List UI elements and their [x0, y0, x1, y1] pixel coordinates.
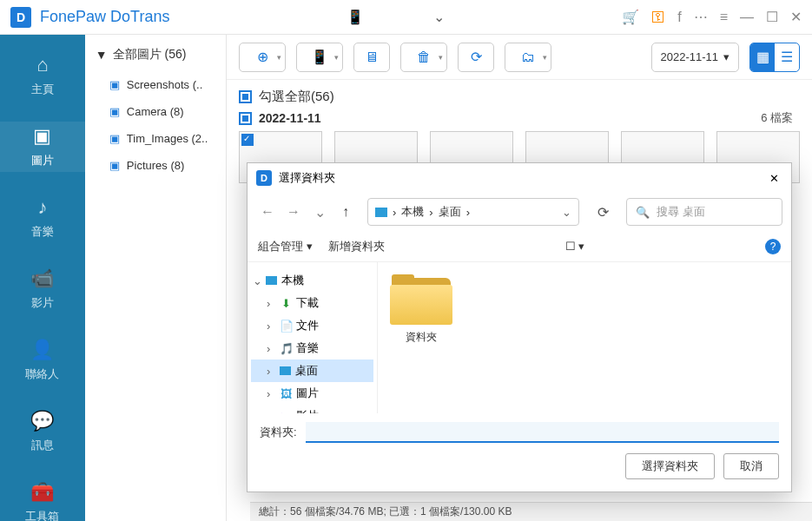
home-icon: ⌂	[36, 54, 48, 76]
breadcrumb-caret[interactable]: ⌄	[562, 206, 571, 219]
nav-recent-button[interactable]: ⌄	[308, 201, 331, 223]
tree-item-videos[interactable]: › ▶ 影片	[251, 405, 373, 413]
sidebar-item-messages[interactable]: 💬 訊息	[0, 406, 85, 457]
dialog-toolbar: 組合管理 ▾ 新增資料夾 ☐ ▾ ?	[248, 231, 791, 262]
album-item[interactable]: ▣ Tim_Images (2..	[85, 125, 226, 152]
key-icon[interactable]: ⚿	[651, 10, 665, 25]
music-icon: ♪	[37, 196, 47, 219]
dialog-titlebar: D 選擇資料夾 ✕	[248, 163, 791, 193]
crumb-item[interactable]: 本機	[401, 204, 424, 220]
tree-item-downloads[interactable]: › ⬇ 下載	[251, 292, 373, 314]
album-header[interactable]: ▼ 全部圖片 (56)	[85, 47, 226, 71]
folder-picker-dialog: D 選擇資料夾 ✕ ← → ⌄ ↑ › 本機 › 桌面 › ⌄ ⟳ 🔍 搜尋 桌…	[247, 162, 792, 492]
dialog-close-icon[interactable]: ✕	[766, 168, 782, 188]
tree-item-desktop[interactable]: › 桌面	[251, 359, 373, 382]
tree-label: 下載	[296, 295, 319, 311]
sidebar-item-home[interactable]: ⌂ 主頁	[0, 50, 85, 101]
select-all-row[interactable]: 勾選全部(56)	[227, 80, 812, 109]
new-folder-button[interactable]: 新增資料夾	[328, 239, 385, 254]
titlebar-center: 📱 ⌄	[169, 9, 622, 25]
refresh-button[interactable]: ⟳	[458, 43, 494, 72]
date-label: 2022-11-11	[259, 111, 321, 125]
expand-icon[interactable]: ›	[267, 365, 275, 378]
pic-icon: ▣	[109, 159, 120, 172]
view-options-button[interactable]: ☐ ▾	[565, 240, 585, 253]
tree-item-pictures[interactable]: › 🖼 圖片	[251, 382, 373, 405]
maximize-icon[interactable]: ☐	[766, 9, 778, 25]
feedback-icon[interactable]: ⋯	[694, 9, 708, 25]
album-item[interactable]: ▣ Pictures (8)	[85, 152, 226, 179]
date-value: 2022-11-11	[661, 50, 719, 63]
nav-refresh-button[interactable]: ⟳	[590, 199, 616, 225]
grid-view-button[interactable]: ▦	[750, 43, 775, 71]
tree-label: 音樂	[296, 340, 319, 356]
thumb-check[interactable]	[241, 134, 254, 146]
export-device-button[interactable]: 📱▾	[296, 43, 343, 72]
file-area[interactable]: 資料夾	[378, 262, 791, 413]
path-input[interactable]	[306, 422, 779, 443]
messages-icon: 💬	[30, 410, 54, 432]
delete-button[interactable]: 🗑▾	[400, 43, 447, 72]
help-icon[interactable]: ?	[765, 239, 781, 254]
sidebar-label: 訊息	[31, 438, 54, 453]
expand-icon[interactable]: ›	[267, 342, 275, 355]
view-toggle: ▦ ☰	[749, 43, 800, 72]
search-input[interactable]: 🔍 搜尋 桌面	[626, 198, 782, 226]
sidebar-item-contacts[interactable]: 👤 聯絡人	[0, 335, 85, 386]
album-label: Tim_Images (2..	[127, 132, 208, 145]
device-dropdown[interactable]: ⌄	[433, 9, 445, 25]
date-checkbox[interactable]	[239, 112, 252, 125]
titlebar: D FonePaw DoTrans 📱 ⌄ 🛒 ⚿ f ⋯ ≡ — ☐ ✕	[0, 0, 812, 35]
dialog-nav: ← → ⌄ ↑ › 本機 › 桌面 › ⌄ ⟳ 🔍 搜尋 桌面	[248, 193, 791, 231]
album-panel: ▼ 全部圖片 (56) ▣ Screenshots (.. ▣ Camera (…	[85, 35, 227, 521]
folder-item[interactable]: 資料夾	[390, 274, 452, 345]
menu-icon[interactable]: ≡	[720, 10, 728, 25]
select-all-checkbox[interactable]	[239, 90, 252, 103]
pic-icon: ▣	[109, 78, 120, 91]
facebook-icon[interactable]: f	[677, 10, 681, 25]
more-button[interactable]: 🗂▾	[505, 43, 551, 72]
folder-label: 資料夾	[406, 330, 437, 345]
tree-item-music[interactable]: › 🎵 音樂	[251, 337, 373, 359]
device-icon[interactable]: 📱	[347, 9, 364, 25]
app-title: FonePaw DoTrans	[40, 8, 169, 26]
crumb-sep: ›	[393, 206, 396, 219]
expand-icon[interactable]: ›	[267, 297, 275, 310]
titlebar-right: 🛒 ⚿ f ⋯ ≡ — ☐ ✕	[622, 9, 802, 25]
album-item[interactable]: ▣ Camera (8)	[85, 98, 226, 125]
button-row: 選擇資料夾 取消	[260, 453, 779, 479]
date-group-header[interactable]: 2022-11-11 6 檔案	[227, 109, 812, 131]
date-picker[interactable]: 2022-11-11 ▾	[651, 43, 740, 72]
organize-button[interactable]: 組合管理 ▾	[258, 239, 313, 254]
close-icon[interactable]: ✕	[790, 9, 802, 25]
minimize-icon[interactable]: —	[740, 10, 754, 25]
sidebar-label: 聯絡人	[25, 366, 59, 382]
sidebar-item-videos[interactable]: 📹 影片	[0, 264, 85, 314]
export-pc-button[interactable]: 🖥	[353, 43, 390, 72]
album-item[interactable]: ▣ Screenshots (..	[85, 71, 226, 98]
album-label: Pictures (8)	[127, 159, 184, 172]
sidebar-item-music[interactable]: ♪ 音樂	[0, 193, 85, 243]
contacts-icon: 👤	[30, 339, 54, 361]
nav-forward-button[interactable]: →	[282, 201, 305, 223]
nav-back-button[interactable]: ←	[256, 201, 279, 223]
album-list: ▣ Screenshots (.. ▣ Camera (8) ▣ Tim_Ima…	[85, 71, 226, 179]
dialog-footer: 資料夾: 選擇資料夾 取消	[248, 413, 791, 491]
expand-icon[interactable]: ›	[267, 387, 275, 400]
add-button[interactable]: ⊕▾	[239, 43, 286, 72]
cancel-button[interactable]: 取消	[723, 453, 779, 479]
cart-icon[interactable]: 🛒	[622, 9, 639, 25]
list-view-button[interactable]: ☰	[775, 43, 799, 71]
tree-item-documents[interactable]: › 📄 文件	[251, 314, 373, 337]
pic-icon: ▣	[109, 105, 120, 118]
sidebar-item-toolbox[interactable]: 🧰 工具箱	[0, 478, 85, 521]
nav-up-button[interactable]: ↑	[334, 201, 357, 223]
desktop-icon	[280, 366, 291, 375]
breadcrumb[interactable]: › 本機 › 桌面 › ⌄	[367, 198, 579, 226]
sidebar-item-photos[interactable]: ▣ 圖片	[0, 122, 85, 172]
tree-root[interactable]: ⌄ 本機	[251, 269, 373, 292]
expand-icon[interactable]: ›	[267, 320, 275, 333]
select-folder-button[interactable]: 選擇資料夾	[625, 453, 715, 479]
crumb-item[interactable]: 桌面	[439, 204, 461, 220]
expand-icon[interactable]: ⌄	[253, 274, 261, 287]
